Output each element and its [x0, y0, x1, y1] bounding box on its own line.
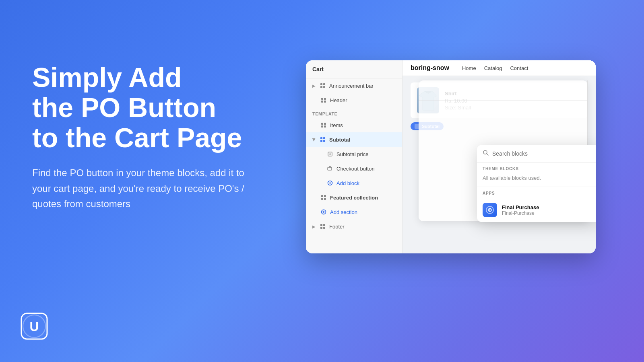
sidebar-item-label: Announcement bar	[329, 83, 374, 89]
svg-rect-13	[321, 125, 323, 128]
svg-rect-12	[324, 123, 326, 125]
subtext: Find the PO button in your theme blocks,…	[32, 165, 258, 212]
grid-icon	[320, 136, 326, 143]
sidebar-item-announcement[interactable]: ▶ Announcement bar	[306, 78, 402, 93]
svg-rect-18	[323, 140, 325, 142]
app-details: Final Purchase Final-Purchase	[502, 204, 539, 216]
grid-icon	[320, 122, 327, 128]
sidebar-item-label: Items	[330, 122, 343, 128]
sidebar-item-header[interactable]: Header	[306, 93, 402, 107]
svg-rect-22	[321, 195, 323, 197]
svg-rect-17	[320, 140, 322, 142]
svg-rect-11	[321, 123, 323, 125]
nav-link-home[interactable]: Home	[462, 65, 476, 71]
chevron-icon: ▶	[312, 224, 316, 229]
brand-logo: U	[20, 312, 48, 340]
search-blocks-panel: THEME BLOCKS All available blocks used. …	[477, 145, 596, 222]
plus-circle-icon	[320, 209, 327, 215]
search-input-container	[477, 145, 596, 162]
store-nav: boring-snow Home Catalog Contact	[402, 60, 596, 76]
svg-rect-16	[323, 137, 325, 139]
theme-blocks-empty: All available blocks used.	[477, 173, 596, 187]
svg-rect-23	[324, 195, 326, 197]
sidebar-item-label: Header	[330, 97, 347, 103]
svg-rect-14	[324, 125, 326, 128]
chevron-down-icon: ▶	[312, 138, 316, 141]
sidebar-item-add-section[interactable]: Add section	[306, 205, 402, 219]
arrow-icon	[327, 165, 333, 172]
app-subname: Final-Purchase	[502, 210, 539, 216]
svg-rect-28	[323, 224, 325, 226]
sidebar-item-checkout[interactable]: Checkout button	[306, 161, 402, 176]
ui-mockup: Cart ▶ Announcement bar Header TEMPLATE	[306, 60, 612, 269]
svg-rect-30	[323, 227, 325, 229]
grid-icon	[320, 82, 326, 89]
sidebar-item-label: Checkout button	[336, 166, 375, 172]
sidebar-item-label: Subtotal price	[336, 151, 369, 157]
grid-icon	[320, 223, 326, 230]
grid-icon	[320, 97, 327, 103]
svg-text:U: U	[29, 319, 39, 334]
sidebar-item-featured[interactable]: Featured collection	[306, 190, 402, 205]
sidebar-item-footer[interactable]: ▶ Footer	[306, 219, 402, 234]
sidebar-item-add-block[interactable]: Add block	[306, 176, 402, 190]
search-icon	[483, 150, 489, 157]
grid-icon	[320, 194, 327, 201]
svg-rect-27	[320, 224, 322, 226]
store-name: boring-snow	[411, 64, 449, 72]
app-icon	[483, 203, 497, 217]
svg-rect-5	[320, 86, 322, 88]
svg-point-31	[483, 150, 487, 154]
svg-rect-7	[321, 98, 323, 100]
plus-circle-icon	[327, 180, 333, 186]
headline: Simply Add the PO Button to the Cart Pag…	[32, 62, 258, 152]
sidebar-item-subtotal[interactable]: ▶ Subtotal	[306, 132, 402, 147]
search-input[interactable]	[492, 150, 596, 157]
headline-line2: the PO Button	[32, 92, 216, 123]
svg-rect-9	[321, 101, 323, 103]
svg-rect-25	[324, 198, 326, 200]
logo-container: U	[20, 312, 48, 342]
svg-rect-10	[324, 101, 326, 103]
headline-line3: to the Cart Page	[32, 122, 242, 153]
svg-rect-20	[328, 167, 332, 170]
svg-rect-8	[324, 98, 326, 100]
svg-rect-6	[323, 86, 325, 88]
sidebar-item-label: Subtotal	[329, 137, 350, 143]
sidebar-item-label: Add section	[330, 209, 357, 215]
template-section-label: TEMPLATE	[306, 107, 402, 118]
svg-rect-24	[321, 198, 323, 200]
sidebar-header: Cart	[306, 60, 402, 78]
chevron-icon: ▶	[312, 84, 316, 88]
sidebar-item-label: Add block	[336, 180, 359, 186]
sidebar-item-items[interactable]: Items	[306, 118, 402, 132]
left-section: Simply Add the PO Button to the Cart Pag…	[32, 62, 258, 212]
sidebar-item-subtotal-price[interactable]: Subtotal price	[306, 147, 402, 161]
sidebar: Cart ▶ Announcement bar Header TEMPLATE	[306, 60, 402, 253]
app-icon-inner	[486, 206, 494, 214]
app-item-final-purchase[interactable]: Final Purchase Final-Purchase	[477, 198, 596, 222]
sidebar-item-label: Featured collection	[330, 195, 378, 201]
svg-rect-15	[320, 137, 322, 139]
sidebar-item-label: Footer	[329, 224, 345, 230]
nav-link-catalog[interactable]: Catalog	[484, 65, 502, 71]
nav-link-contact[interactable]: Contact	[510, 65, 528, 71]
headline-line1: Simply Add	[32, 62, 182, 93]
apps-section-label: APPS	[477, 187, 596, 198]
svg-rect-4	[323, 83, 325, 85]
svg-rect-3	[320, 83, 322, 85]
corner-icon	[327, 151, 333, 157]
panel-divider-h	[419, 101, 588, 101]
app-name: Final Purchase	[502, 204, 539, 210]
svg-rect-29	[320, 227, 322, 229]
theme-blocks-label: THEME BLOCKS	[477, 162, 596, 173]
